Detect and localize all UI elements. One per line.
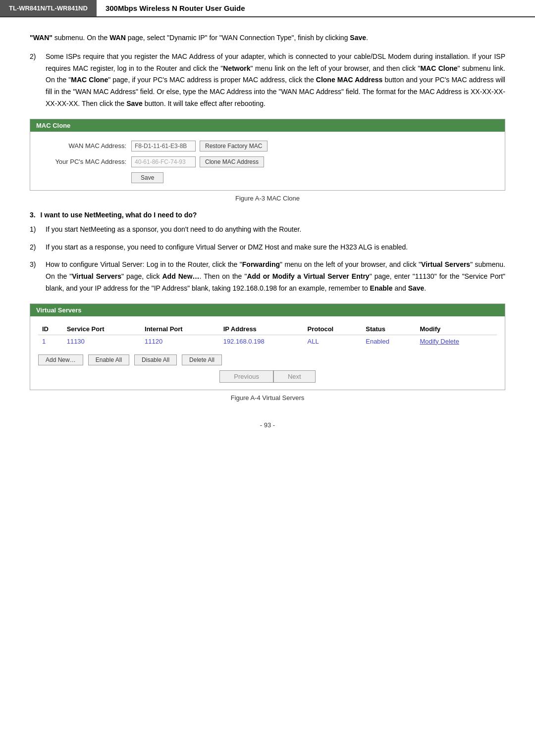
wan-mac-row: WAN MAC Address: Restore Factory MAC [42, 141, 493, 151]
pc-mac-row: Your PC's MAC Address: Clone MAC Address [42, 156, 493, 167]
cell-internal-port: 11120 [141, 335, 219, 348]
list-text-3-1: If you start NetMeeting as a sponsor, yo… [46, 224, 505, 236]
list-item-3-3: 3) How to configure Virtual Server: Log … [30, 259, 505, 294]
virtual-servers-table: ID Service Port Internal Port IP Address… [38, 323, 497, 348]
cell-service-port: 11130 [63, 335, 141, 348]
col-ip-address: IP Address [219, 323, 304, 335]
cell-ip-address: 192.168.0.198 [219, 335, 304, 348]
mac-clone-body: WAN MAC Address: Restore Factory MAC You… [30, 132, 505, 190]
virtual-servers-box: Virtual Servers ID Service Port Internal… [30, 303, 505, 390]
virtual-servers-title: Virtual Servers [30, 304, 505, 316]
list-item-2: 2) Some ISPs require that you register t… [30, 51, 505, 110]
figure-a4-caption: Figure A-4 Virtual Servers [30, 394, 505, 402]
list-num-3-1: 1) [30, 224, 46, 236]
vs-navigation-row: Previous Next [38, 370, 497, 383]
list-item-3-1: 1) If you start NetMeeting as a sponsor,… [30, 224, 505, 236]
disable-all-button[interactable]: Disable All [134, 354, 177, 365]
col-id: ID [38, 323, 63, 335]
pc-mac-input[interactable] [131, 156, 196, 167]
virtual-servers-body: ID Service Port Internal Port IP Address… [30, 316, 505, 390]
product-model: TL-WR841N/TL-WR841ND [0, 0, 97, 16]
document-title: 300Mbps Wireless N Router User Guide [97, 0, 254, 16]
list-text-3-2: If you start as a response, you need to … [46, 242, 505, 253]
list-num-3-2: 2) [30, 242, 46, 253]
delete-all-button[interactable]: Delete All [182, 354, 222, 365]
vs-button-row: Add New… Enable All Disable All Delete A… [38, 354, 497, 365]
page-number: - 93 - [30, 421, 505, 429]
section-3-num: 3. [30, 211, 36, 219]
mac-save-button[interactable]: Save [131, 172, 163, 183]
mac-clone-box: MAC Clone WAN MAC Address: Restore Facto… [30, 119, 505, 191]
cell-protocol: ALL [303, 335, 362, 348]
list-text-2: Some ISPs require that you register the … [46, 51, 505, 110]
list-text-3-3: How to configure Virtual Server: Log in … [46, 259, 505, 294]
add-new-button[interactable]: Add New… [38, 354, 83, 365]
pc-mac-label: Your PC's MAC Address: [42, 158, 126, 165]
page-header: TL-WR841N/TL-WR841ND 300Mbps Wireless N … [0, 0, 535, 17]
list-num-2: 2) [30, 51, 46, 110]
cell-status: Enabled [362, 335, 416, 348]
previous-button[interactable]: Previous [219, 370, 273, 383]
col-status: Status [362, 323, 416, 335]
cell-modify[interactable]: Modify Delete [416, 335, 497, 348]
list-item-3-2: 2) If you start as a response, you need … [30, 242, 505, 253]
section-3-heading: 3. I want to use NetMeeting, what do I n… [30, 211, 505, 219]
col-modify: Modify [416, 323, 497, 335]
enable-all-button[interactable]: Enable All [88, 354, 129, 365]
mac-clone-title: MAC Clone [30, 119, 505, 132]
main-content: "WAN" submenu. On the WAN page, select "… [0, 27, 535, 449]
next-button[interactable]: Next [273, 370, 316, 383]
col-protocol: Protocol [303, 323, 362, 335]
restore-factory-mac-button[interactable]: Restore Factory MAC [200, 141, 268, 151]
section-3-text: I want to use NetMeeting, what do I need… [41, 211, 197, 219]
wan-mac-label: WAN MAC Address: [42, 142, 126, 150]
clone-mac-address-button[interactable]: Clone MAC Address [200, 156, 264, 167]
list-num-3-3: 3) [30, 259, 46, 294]
mac-save-row: Save [42, 172, 493, 183]
vs-table-header-row: ID Service Port Internal Port IP Address… [38, 323, 497, 335]
figure-a3-caption: Figure A-3 MAC Clone [30, 195, 505, 202]
cell-id: 1 [38, 335, 63, 348]
wan-quote: "WAN" [30, 34, 53, 42]
col-internal-port: Internal Port [141, 323, 219, 335]
wan-mac-input[interactable] [131, 141, 196, 151]
paragraph-wan-submenu: "WAN" submenu. On the WAN page, select "… [30, 32, 505, 44]
col-service-port: Service Port [63, 323, 141, 335]
table-row: 1 11130 11120 192.168.0.198 ALL Enabled … [38, 335, 497, 348]
